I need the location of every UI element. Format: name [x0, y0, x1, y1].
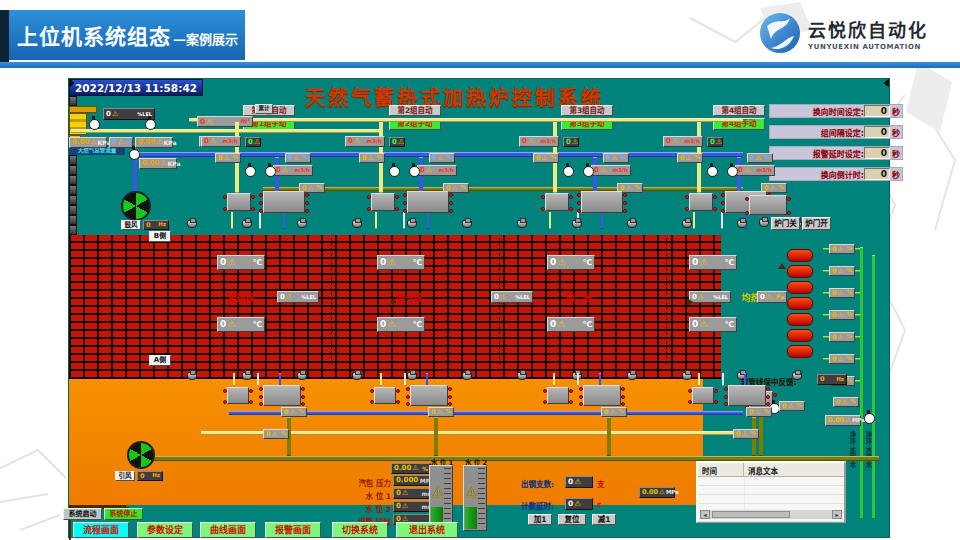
bow-right — [884, 79, 889, 87]
nav-exit-button[interactable]: 退出系统 — [396, 522, 458, 538]
warn-icon: ⚠ — [716, 139, 722, 146]
pipe — [231, 212, 233, 229]
flue-valve-display: 0⚠% — [263, 429, 289, 439]
group-air-flow-display: 0⚠m3/h — [273, 165, 313, 176]
actuator-icon — [69, 155, 77, 165]
display-unit: % — [796, 403, 802, 409]
warn-icon: ⚠ — [432, 484, 445, 500]
zone-divider — [331, 238, 332, 364]
dot — [577, 193, 581, 197]
nav-process-button[interactable]: 流程画面 — [73, 522, 129, 538]
warn-icon: ⚠ — [118, 139, 124, 146]
group-air-valve-display: 0⚠% — [285, 153, 311, 163]
nav-params-button[interactable]: 参数设定 — [137, 522, 193, 538]
display-value: 0 — [710, 139, 715, 146]
warn-icon: ⚠ — [224, 155, 230, 162]
scroll-right-arrow[interactable]: ▸ — [832, 510, 842, 519]
blower-label: 鼓风 — [121, 220, 141, 230]
table-scrollbar[interactable]: ◂▸ — [700, 510, 842, 519]
warn-icon: ⚠ — [282, 167, 288, 174]
dot — [724, 402, 728, 406]
burner-nozzle — [242, 372, 252, 380]
setting-value-input[interactable]: 0 — [864, 105, 890, 117]
nav-curves-button[interactable]: 曲线画面 — [200, 522, 256, 538]
display-unit: MPa — [852, 418, 865, 424]
display-value: 0 — [832, 334, 837, 341]
nav-alarms-button[interactable]: 报警画面 — [265, 522, 321, 538]
warn-icon: ⚠ — [227, 258, 235, 267]
burner-nozzle — [517, 372, 527, 380]
valve-icon — [563, 166, 574, 177]
valve-icon — [389, 166, 400, 177]
water-pressure-display: 0.00⚠MPa — [825, 415, 861, 426]
door-open-button[interactable]: 炉门开 — [802, 217, 831, 230]
warn-icon: ⚠ — [742, 431, 748, 438]
display-value: 0 — [494, 294, 499, 301]
actuator-icon — [69, 185, 77, 195]
zone-label: 预热段 — [219, 291, 263, 304]
dot — [395, 195, 399, 199]
counter-button-2[interactable]: 减1 — [592, 514, 616, 525]
display-unit: % — [280, 431, 286, 437]
dot — [569, 400, 573, 404]
draft-fan-label: 引风 — [115, 471, 135, 481]
warn-icon: ⚠ — [542, 155, 548, 162]
dot — [579, 387, 583, 391]
draft-freq-display: 0Hz — [137, 471, 163, 481]
scroll-left-arrow[interactable]: ◂ — [700, 510, 710, 519]
setting-value-input[interactable]: 0 — [864, 168, 890, 180]
display-value: 0.00 — [642, 489, 658, 496]
door-close-button[interactable]: 炉门关 — [771, 217, 800, 230]
nav-switch-button[interactable]: 切换系统 — [332, 522, 388, 538]
dot — [766, 395, 770, 399]
table-header-row: 时间消息文本 — [698, 463, 844, 477]
gauge-valve-icon — [89, 119, 100, 130]
setting-value-input[interactable]: 0 — [864, 147, 890, 159]
warn-icon: ⚠ — [354, 138, 360, 145]
warn-icon: ⚠ — [387, 320, 395, 329]
air-riser — [133, 155, 137, 195]
setting-row: 换向时间设定:0秒 — [769, 104, 903, 118]
logo-sphere-icon — [758, 11, 802, 55]
zone-label: 加二段 — [557, 291, 601, 304]
setting-value-input[interactable]: 0 — [864, 126, 890, 138]
burner-nozzle — [407, 220, 417, 228]
burner-nozzle — [462, 372, 472, 380]
display-value: 0 — [749, 409, 754, 416]
group-led-display: 0⚠ — [707, 137, 723, 147]
system-stop-button[interactable]: 系统停止 — [104, 508, 143, 520]
dot — [713, 207, 717, 211]
valve-icon — [245, 166, 256, 177]
dot — [403, 201, 407, 205]
group-3-auto-button[interactable]: 第3组自动 — [561, 105, 613, 116]
display-value: 0 — [820, 376, 825, 383]
logo-name-cn: 云悦欣自动化 — [808, 16, 928, 42]
warn-icon: ⚠ — [156, 139, 162, 146]
dot — [396, 389, 400, 393]
dot — [449, 209, 453, 213]
flow-arrow-head — [391, 298, 397, 306]
warn-icon: ⚠ — [698, 294, 704, 301]
group-4-auto-button[interactable]: 第4组自动 — [713, 105, 765, 116]
side-a-label: A侧 — [149, 355, 171, 366]
pipe-label-return: 净环水回水 — [847, 431, 857, 491]
dot — [714, 389, 718, 393]
dot — [577, 209, 581, 213]
banner: 上位机系统组态 —案例展示 — [9, 10, 245, 60]
display-unit: m3/h — [367, 139, 382, 145]
group-2-auto-button[interactable]: 第2组自动 — [389, 105, 441, 116]
scroll-thumb[interactable] — [712, 511, 790, 518]
counter-button-0[interactable]: 加1 — [528, 514, 552, 525]
regenerator-box — [728, 385, 766, 406]
display-unit: % — [422, 466, 428, 472]
warn-icon: ⚠ — [210, 138, 216, 145]
display-value: 0 — [431, 409, 436, 416]
regenerator-box — [583, 385, 621, 406]
dot — [223, 400, 227, 404]
system-start-button[interactable]: 系统启动 — [63, 508, 102, 520]
counter-button-1[interactable]: 复位 — [558, 514, 586, 525]
gas-total-button[interactable]: 累计 — [255, 104, 273, 114]
warn-icon: ⚠ — [437, 409, 443, 416]
warn-icon: ⚠ — [254, 139, 260, 146]
display-unit: % — [778, 185, 784, 191]
